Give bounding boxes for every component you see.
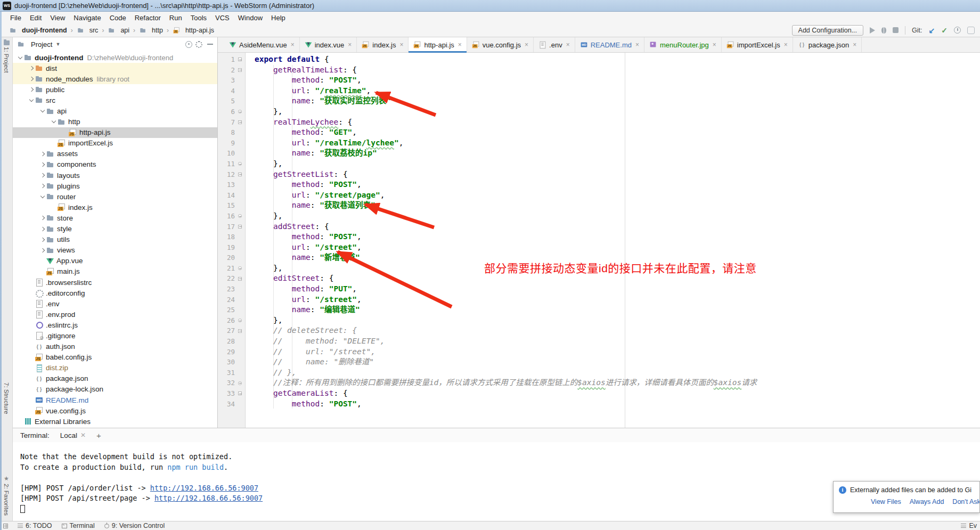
fold-start-icon[interactable]: [238, 329, 242, 333]
terminal-link[interactable]: http://192.168.66.56:9007: [154, 494, 263, 502]
tool-window-project[interactable]: 1: Project: [3, 40, 10, 73]
notification-action-view-files[interactable]: View Files: [871, 498, 901, 505]
close-icon[interactable]: ×: [784, 41, 788, 48]
tree-item-.eslintrc.js[interactable]: .eslintrc.js: [13, 320, 217, 330]
new-terminal-icon[interactable]: +: [96, 431, 101, 440]
close-icon[interactable]: ×: [566, 41, 570, 48]
tree-item-public[interactable]: public: [13, 84, 217, 95]
tree-item-src[interactable]: src: [13, 95, 217, 105]
fold-end-icon[interactable]: [238, 110, 242, 113]
menu-item-tools[interactable]: Tools: [186, 13, 211, 23]
chevron-collapsed-icon[interactable]: [29, 87, 33, 92]
tree-item-README.md[interactable]: README.md: [13, 395, 217, 405]
tree-item-package.json[interactable]: package.json: [13, 373, 217, 384]
history-icon[interactable]: [954, 27, 961, 34]
tab-index.vue[interactable]: index.vue×: [300, 37, 357, 52]
tree-item-utils[interactable]: utils: [13, 234, 217, 245]
fold-start-icon[interactable]: [238, 68, 242, 72]
tab-.env[interactable]: .env×: [534, 37, 575, 52]
close-icon[interactable]: ×: [853, 41, 856, 48]
menu-item-vcs[interactable]: VCS: [211, 13, 234, 23]
tree-item-.env[interactable]: .env: [13, 298, 217, 309]
breadcrumb-item[interactable]: api: [107, 26, 130, 35]
chevron-expanded-icon[interactable]: [51, 119, 55, 123]
project-panel-title[interactable]: Project: [31, 40, 52, 48]
tree-item-main.js[interactable]: main.js: [13, 266, 217, 277]
statusbar-grid[interactable]: [3, 524, 8, 528]
tree-item-.editorconfig[interactable]: .editorconfig: [13, 288, 217, 298]
chevron-collapsed-icon[interactable]: [40, 152, 44, 156]
tab-importExcel.js[interactable]: importExcel.js×: [722, 37, 793, 52]
chevron-collapsed-icon[interactable]: [40, 216, 44, 220]
tree-item-layouts[interactable]: layouts: [13, 170, 217, 181]
menu-item-navigate[interactable]: Navigate: [69, 13, 105, 23]
tree-item-auth.json[interactable]: auth.json: [13, 341, 217, 352]
fold-end-icon[interactable]: [238, 381, 242, 385]
chevron-down-icon[interactable]: ▼: [55, 42, 60, 47]
close-icon[interactable]: ✕: [80, 431, 86, 439]
close-icon[interactable]: ×: [291, 41, 295, 48]
tree-item-App.vue[interactable]: App.vue: [13, 256, 217, 266]
tab-index.js[interactable]: index.js×: [357, 37, 409, 52]
fold-end-icon[interactable]: [238, 214, 242, 218]
statusbar-9-version-control[interactable]: 9: Version Control: [104, 522, 165, 529]
stop-icon[interactable]: [893, 27, 899, 33]
terminal-link[interactable]: http://192.168.66.56:9007: [150, 484, 258, 492]
chevron-expanded-icon[interactable]: [40, 194, 44, 198]
locate-file-icon[interactable]: [185, 41, 192, 48]
tree-item-api[interactable]: api: [13, 105, 217, 116]
git-update-icon[interactable]: ↙: [929, 27, 935, 34]
close-icon[interactable]: ×: [458, 41, 462, 48]
menu-item-edit[interactable]: Edit: [26, 13, 46, 23]
tree-item-duoji-frontend[interactable]: duoji-frontendD:\zheheWeb\duoji-frontend: [13, 52, 217, 63]
tree-item-store[interactable]: store: [13, 213, 217, 223]
fold-start-icon[interactable]: [238, 173, 242, 176]
fold-end-icon[interactable]: [238, 266, 242, 270]
fold-start-icon[interactable]: [238, 277, 242, 281]
tree-item-node_modules[interactable]: node_moduleslibrary root: [13, 74, 217, 84]
tree-item-components[interactable]: components: [13, 159, 217, 170]
chevron-collapsed-icon[interactable]: [40, 184, 44, 188]
menu-item-run[interactable]: Run: [165, 13, 186, 23]
notification-action-don-t-ask-agai[interactable]: Don't Ask Agai: [952, 498, 980, 505]
chevron-collapsed-icon[interactable]: [29, 77, 33, 81]
fold-start-icon[interactable]: [238, 58, 242, 61]
add-configuration-button[interactable]: Add Configuration...: [792, 25, 864, 36]
statusbar-terminal[interactable]: Terminal: [62, 522, 95, 529]
tree-item-babel.config.js[interactable]: babel.config.js: [13, 352, 217, 363]
hide-panel-icon[interactable]: [207, 44, 213, 45]
close-icon[interactable]: ×: [348, 41, 352, 48]
tree-item-dist[interactable]: dist: [13, 63, 217, 74]
chevron-expanded-icon[interactable]: [18, 54, 22, 59]
tree-item-.gitignore[interactable]: .gitignore: [13, 330, 217, 341]
chevron-collapsed-icon[interactable]: [40, 226, 44, 231]
chevron-collapsed-icon[interactable]: [29, 66, 33, 70]
tab-http-api.js[interactable]: http-api.js×: [409, 37, 467, 52]
tree-item-router[interactable]: router: [13, 191, 217, 202]
tab-README.md[interactable]: README.md×: [575, 37, 644, 52]
breadcrumb-item[interactable]: duoji-frontend: [8, 26, 68, 35]
close-icon[interactable]: ×: [713, 41, 716, 48]
debug-icon[interactable]: [881, 27, 886, 34]
tool-window-structure[interactable]: 7: Structure: [3, 382, 10, 414]
chevron-expanded-icon[interactable]: [29, 97, 33, 102]
code-area[interactable]: 1234567891011121314151617181920212223242…: [218, 53, 980, 428]
chevron-collapsed-icon[interactable]: [40, 173, 44, 177]
breadcrumb-item[interactable]: http-api.js: [172, 26, 215, 35]
fold-start-icon[interactable]: [238, 225, 242, 229]
close-icon[interactable]: ×: [525, 41, 528, 48]
tab-package.json[interactable]: package.json×: [793, 37, 862, 52]
fold-end-icon[interactable]: [238, 319, 242, 322]
run-icon[interactable]: [870, 27, 875, 34]
statusbar-6-todo[interactable]: 6: TODO: [18, 522, 52, 529]
menu-item-refactor[interactable]: Refactor: [130, 13, 165, 23]
chevron-expanded-icon[interactable]: [40, 108, 44, 112]
tree-item-http[interactable]: http: [13, 117, 217, 127]
panel-settings-icon[interactable]: [195, 41, 202, 48]
menu-item-view[interactable]: View: [46, 13, 69, 23]
git-commit-icon[interactable]: ✓: [941, 27, 948, 34]
tree-item-dist.zip[interactable]: dist.zip: [13, 363, 217, 373]
tree-item-index.js[interactable]: index.js: [13, 202, 217, 213]
tool-window-favorites[interactable]: ★ 2: Favorites: [3, 475, 10, 516]
tab-vue.config.js[interactable]: vue.config.js×: [467, 37, 534, 52]
